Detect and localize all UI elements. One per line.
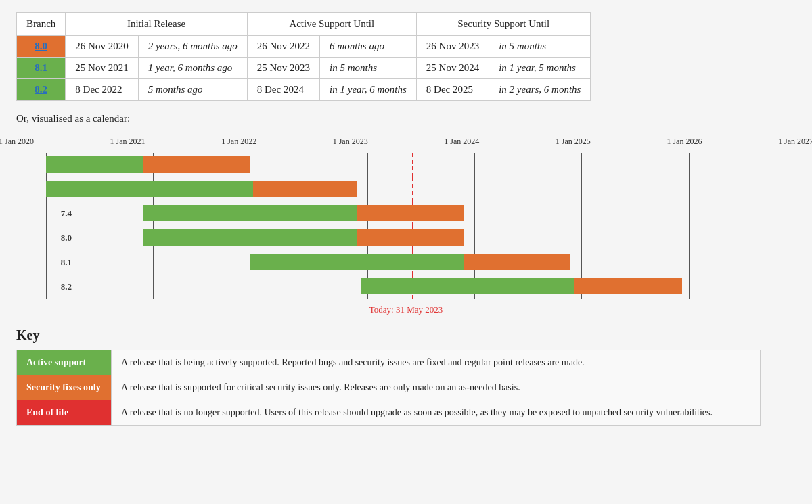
timeline-bar xyxy=(464,254,570,270)
active-date: 25 Nov 2023 xyxy=(247,58,319,79)
security-date: 25 Nov 2024 xyxy=(416,58,489,79)
vertical-gridline xyxy=(689,202,690,226)
vertical-gridline xyxy=(689,177,690,202)
active-date: 26 Nov 2022 xyxy=(247,36,319,58)
bars-area xyxy=(46,202,796,226)
axis-year-label: 1 Jan 2021 xyxy=(110,137,145,147)
vertical-gridline xyxy=(581,153,582,177)
chart-body: 7.27.37.48.08.18.2 xyxy=(16,153,796,299)
vertical-gridline xyxy=(261,275,261,299)
vertical-gridline xyxy=(153,250,154,275)
today-label: Today: 31 May 2023 xyxy=(16,304,796,315)
key-row: Active support A release that is being a… xyxy=(17,350,761,375)
key-row: End of life A release that is no longer … xyxy=(17,400,761,426)
vertical-gridline xyxy=(474,226,475,250)
table-row: 8.1 25 Nov 2021 1 year, 6 months ago 25 … xyxy=(17,58,591,79)
vertical-gridline xyxy=(796,250,796,275)
timeline-bar xyxy=(361,278,575,294)
vertical-gridline xyxy=(689,226,690,250)
col-security: Security Support Until xyxy=(416,13,591,36)
col-branch: Branch xyxy=(17,13,66,36)
chart-row: 8.0 xyxy=(46,226,796,250)
bars-area xyxy=(46,226,796,250)
key-title: Key xyxy=(16,327,796,343)
initial-ago: 2 years, 6 months ago xyxy=(138,36,247,58)
initial-ago: 5 months ago xyxy=(138,79,247,101)
vertical-gridline xyxy=(796,275,796,299)
key-label: Security fixes only xyxy=(17,375,112,400)
initial-date: 26 Nov 2020 xyxy=(66,36,138,58)
branch-link[interactable]: 8.1 xyxy=(35,62,47,73)
vertical-gridline xyxy=(474,153,475,177)
active-date: 8 Dec 2024 xyxy=(247,79,319,101)
timeline-bar xyxy=(46,156,143,173)
initial-ago: 1 year, 6 months ago xyxy=(138,58,247,79)
calendar-intro: Or, visualised as a calendar: xyxy=(16,113,796,124)
timeline-bar xyxy=(143,205,357,221)
today-line xyxy=(412,153,413,177)
timeline-bar xyxy=(143,156,250,173)
axis-year-label: 1 Jan 2020 xyxy=(0,137,34,147)
timeline-bar xyxy=(250,254,464,270)
axis-year-label: 1 Jan 2022 xyxy=(221,137,256,147)
security-date: 8 Dec 2025 xyxy=(416,79,489,101)
initial-date: 8 Dec 2022 xyxy=(66,79,138,101)
vertical-gridline xyxy=(46,202,47,226)
vertical-gridline xyxy=(689,275,690,299)
timeline-bar xyxy=(357,205,464,221)
vertical-gridline xyxy=(46,226,47,250)
bars-area xyxy=(46,177,796,202)
security-rel: in 5 months xyxy=(489,36,591,58)
branch-cell[interactable]: 8.0 xyxy=(17,36,66,58)
axis-year-label: 1 Jan 2025 xyxy=(556,137,591,147)
bars-area xyxy=(46,275,796,299)
timeline-chart: 1 Jan 20201 Jan 20211 Jan 20221 Jan 2023… xyxy=(16,134,796,299)
vertical-gridline xyxy=(796,177,796,202)
key-label: Active support xyxy=(17,350,112,375)
chart-row: 7.3 xyxy=(46,177,796,202)
vertical-gridline xyxy=(689,153,690,177)
key-description: A release that is being actively support… xyxy=(112,350,761,375)
security-date: 26 Nov 2023 xyxy=(416,36,489,58)
vertical-gridline xyxy=(367,153,368,177)
active-rel: 6 months ago xyxy=(320,36,417,58)
vertical-gridline xyxy=(261,153,261,177)
key-row: Security fixes only A release that is su… xyxy=(17,375,761,400)
key-label: End of life xyxy=(17,400,112,426)
axis-year-label: 1 Jan 2023 xyxy=(333,137,368,147)
bars-area xyxy=(46,250,796,275)
branch-cell[interactable]: 8.1 xyxy=(17,58,66,79)
vertical-gridline xyxy=(474,177,475,202)
vertical-gridline xyxy=(367,177,368,202)
branch-cell[interactable]: 8.2 xyxy=(17,79,66,101)
axis-year-label: 1 Jan 2024 xyxy=(444,137,479,147)
key-description: A release that is supported for critical… xyxy=(112,375,761,400)
branch-link[interactable]: 8.2 xyxy=(35,84,47,95)
chart-row: 7.4 xyxy=(46,202,796,226)
vertical-gridline xyxy=(46,275,47,299)
vertical-gridline xyxy=(153,275,154,299)
today-line xyxy=(412,177,413,202)
initial-date: 25 Nov 2021 xyxy=(66,58,138,79)
axis-row: 1 Jan 20201 Jan 20211 Jan 20221 Jan 2023… xyxy=(16,134,796,153)
axis-year-label: 1 Jan 2027 xyxy=(778,137,812,147)
chart-row: 8.2 xyxy=(46,275,796,299)
col-initial: Initial Release xyxy=(66,13,247,36)
security-rel: in 2 years, 6 months xyxy=(489,79,591,101)
chart-row: 8.1 xyxy=(46,250,796,275)
timeline-bar xyxy=(357,229,464,246)
branch-link[interactable]: 8.0 xyxy=(35,41,47,51)
vertical-gridline xyxy=(474,202,475,226)
vertical-gridline xyxy=(796,226,796,250)
bars-area xyxy=(46,153,796,177)
active-rel: in 5 months xyxy=(320,58,417,79)
vertical-gridline xyxy=(689,250,690,275)
timeline-bar xyxy=(253,181,358,197)
axis-year-label: 1 Jan 2026 xyxy=(667,137,702,147)
timeline-bar xyxy=(143,229,357,246)
table-row: 8.2 8 Dec 2022 5 months ago 8 Dec 2024 i… xyxy=(17,79,591,101)
chart-row: 7.2 xyxy=(46,153,796,177)
vertical-gridline xyxy=(581,177,582,202)
vertical-gridline xyxy=(46,250,47,275)
active-rel: in 1 year, 6 months xyxy=(320,79,417,101)
